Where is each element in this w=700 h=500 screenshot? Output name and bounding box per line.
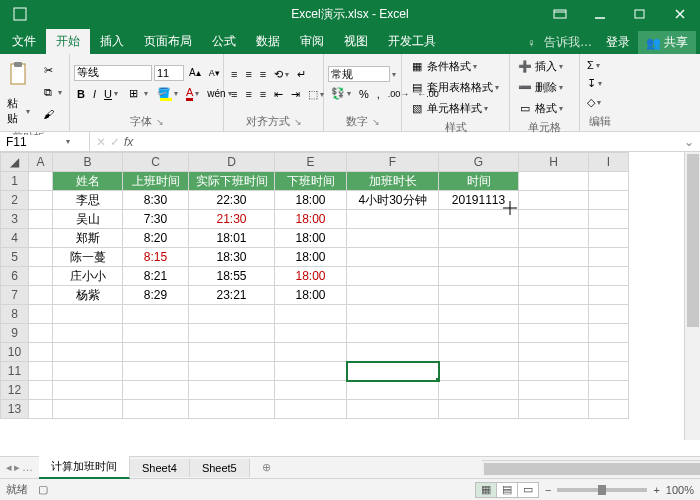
cell[interactable] — [275, 343, 347, 362]
cell[interactable]: 8:29 — [123, 286, 189, 305]
cell[interactable] — [589, 210, 629, 229]
cell[interactable] — [123, 305, 189, 324]
cell[interactable] — [29, 400, 53, 419]
border-button[interactable]: ⊞▾ — [123, 84, 151, 104]
name-box-input[interactable] — [6, 135, 66, 149]
zoom-level[interactable]: 100% — [666, 484, 694, 496]
tab-home[interactable]: 开始 — [46, 29, 90, 54]
cell[interactable]: 18:01 — [189, 229, 275, 248]
cell[interactable] — [347, 286, 439, 305]
cell[interactable] — [29, 191, 53, 210]
col-header[interactable]: F — [347, 153, 439, 172]
cell[interactable]: 加班时长 — [347, 172, 439, 191]
row-header[interactable]: 10 — [1, 343, 29, 362]
cell[interactable] — [53, 362, 123, 381]
format-cells-button[interactable]: ▭格式▾ — [514, 98, 566, 118]
cell[interactable]: 22:30 — [189, 191, 275, 210]
minimize-button[interactable] — [580, 0, 620, 28]
cell[interactable]: 实际下班时间 — [189, 172, 275, 191]
number-format-select[interactable] — [328, 66, 390, 82]
cell[interactable] — [29, 172, 53, 191]
cell[interactable] — [29, 210, 53, 229]
zoom-in-button[interactable]: + — [653, 484, 659, 496]
cancel-formula-icon[interactable]: ✕ — [96, 135, 106, 149]
increase-font-button[interactable]: A▴ — [186, 65, 204, 80]
tell-me[interactable]: 告诉我… — [538, 31, 598, 54]
cell[interactable]: 姓名 — [53, 172, 123, 191]
cell[interactable]: 18:00 — [275, 210, 347, 229]
cell[interactable] — [589, 229, 629, 248]
cell[interactable]: 8:21 — [123, 267, 189, 286]
number-launcher[interactable]: ↘ — [372, 117, 380, 127]
cell[interactable] — [519, 210, 589, 229]
cell[interactable] — [439, 400, 519, 419]
align-center-button[interactable]: ≡ — [242, 86, 254, 102]
select-all-corner[interactable]: ◢ — [1, 153, 29, 172]
cell[interactable] — [439, 267, 519, 286]
cond-format-button[interactable]: ▦条件格式▾ — [406, 56, 502, 76]
cell[interactable] — [29, 381, 53, 400]
cell[interactable]: 8:15 — [123, 248, 189, 267]
col-header[interactable]: E — [275, 153, 347, 172]
cell[interactable] — [275, 324, 347, 343]
cell[interactable] — [439, 362, 519, 381]
col-header[interactable]: D — [189, 153, 275, 172]
sheet-tab-active[interactable]: 计算加班时间 — [39, 456, 130, 479]
col-header[interactable]: B — [53, 153, 123, 172]
cell[interactable] — [347, 362, 439, 381]
cell[interactable]: 8:20 — [123, 229, 189, 248]
cell[interactable] — [347, 381, 439, 400]
tab-layout[interactable]: 页面布局 — [134, 29, 202, 54]
row-header[interactable]: 1 — [1, 172, 29, 191]
cell[interactable] — [29, 362, 53, 381]
row-header[interactable]: 6 — [1, 267, 29, 286]
row-header[interactable]: 13 — [1, 400, 29, 419]
cell[interactable] — [53, 305, 123, 324]
cell-styles-button[interactable]: ▧单元格样式▾ — [406, 98, 502, 118]
cell[interactable] — [53, 381, 123, 400]
cell[interactable]: 23:21 — [189, 286, 275, 305]
cell[interactable] — [275, 400, 347, 419]
cell[interactable] — [53, 400, 123, 419]
cell[interactable] — [189, 362, 275, 381]
grid[interactable]: ◢ABCDEFGHI1姓名上班时间实际下班时间下班时间加班时长时间2李思8:30… — [0, 152, 629, 419]
col-header[interactable]: C — [123, 153, 189, 172]
decrease-font-button[interactable]: A▾ — [206, 66, 223, 80]
cell[interactable] — [589, 400, 629, 419]
cell[interactable]: 21:30 — [189, 210, 275, 229]
cell[interactable] — [189, 343, 275, 362]
cell[interactable] — [589, 191, 629, 210]
cell[interactable] — [347, 267, 439, 286]
clear-button[interactable]: ◇▾ — [584, 94, 605, 111]
paste-button[interactable]: 粘贴▾ — [4, 94, 33, 128]
row-header[interactable]: 7 — [1, 286, 29, 305]
enter-formula-icon[interactable]: ✓ — [110, 135, 120, 149]
cell[interactable] — [275, 362, 347, 381]
cell[interactable] — [123, 324, 189, 343]
cell[interactable]: 陈一蔓 — [53, 248, 123, 267]
sheet-nav-prev[interactable]: ◂ — [6, 461, 12, 474]
expand-formula-bar[interactable]: ⌄ — [678, 135, 700, 149]
underline-button[interactable]: U▾ — [101, 86, 121, 102]
ribbon-options-icon[interactable] — [540, 0, 580, 28]
tab-file[interactable]: 文件 — [2, 29, 46, 54]
cell[interactable] — [53, 324, 123, 343]
tab-data[interactable]: 数据 — [246, 29, 290, 54]
fill-color-button[interactable]: 🪣▾ — [153, 84, 181, 104]
row-header[interactable]: 8 — [1, 305, 29, 324]
align-bottom-button[interactable]: ≡ — [257, 66, 269, 82]
cell[interactable] — [439, 286, 519, 305]
cell[interactable] — [123, 362, 189, 381]
cell[interactable] — [519, 381, 589, 400]
cell[interactable] — [123, 400, 189, 419]
fx-icon[interactable]: fx — [124, 135, 133, 149]
formula-input[interactable] — [137, 135, 672, 149]
cell[interactable]: 杨紫 — [53, 286, 123, 305]
cell[interactable] — [347, 343, 439, 362]
font-name-input[interactable] — [74, 65, 152, 81]
share-button[interactable]: 👥共享 — [638, 31, 696, 54]
view-normal-button[interactable]: ▦ — [475, 482, 497, 498]
cell[interactable]: 20191113 — [439, 191, 519, 210]
cell[interactable]: 18:00 — [275, 229, 347, 248]
cell[interactable] — [347, 248, 439, 267]
